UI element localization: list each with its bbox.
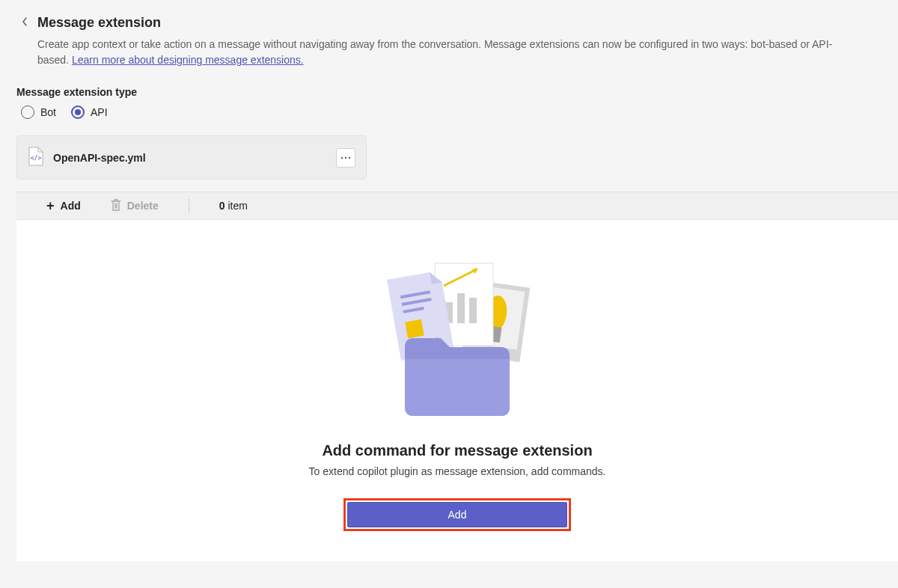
file-card[interactable]: </> OpenAPI-spec.yml xyxy=(16,135,367,180)
command-toolbar: + Add Delete 0 item xyxy=(16,192,898,220)
item-count: 0 item xyxy=(219,200,248,212)
add-button-highlight: Add xyxy=(343,498,571,531)
back-chevron-icon[interactable] xyxy=(21,16,28,29)
svg-point-1 xyxy=(341,156,343,158)
file-code-icon: </> xyxy=(28,147,44,168)
item-count-value: 0 xyxy=(219,200,225,212)
svg-rect-10 xyxy=(457,293,465,323)
empty-folder-illustration xyxy=(352,257,562,442)
toolbar-separator xyxy=(189,198,189,213)
item-count-unit: item xyxy=(227,200,247,212)
trash-icon xyxy=(111,199,121,213)
toolbar-delete-button: Delete xyxy=(111,199,159,213)
page-description: Create app context or take action on a m… xyxy=(0,37,898,68)
extension-type-radio-group: Bot API xyxy=(0,105,898,119)
svg-text:</>: </> xyxy=(31,155,42,162)
page-title: Message extension xyxy=(37,15,161,31)
radio-api-label: API xyxy=(91,106,108,118)
radio-bot[interactable]: Bot xyxy=(21,105,56,119)
radio-unchecked-icon xyxy=(21,105,34,119)
svg-point-3 xyxy=(349,156,350,158)
radio-checked-icon xyxy=(71,105,85,119)
radio-api[interactable]: API xyxy=(71,105,108,119)
add-command-button[interactable]: Add xyxy=(347,502,567,527)
extension-type-label: Message extension type xyxy=(0,86,898,98)
svg-rect-11 xyxy=(469,298,477,323)
empty-state: Add command for message extension To ext… xyxy=(16,220,898,561)
toolbar-delete-label: Delete xyxy=(127,200,159,212)
file-name: OpenAPI-spec.yml xyxy=(53,152,327,164)
plus-icon: + xyxy=(46,199,55,212)
toolbar-add-button[interactable]: + Add xyxy=(46,199,81,212)
toolbar-add-label: Add xyxy=(61,200,81,212)
radio-bot-label: Bot xyxy=(40,106,56,118)
more-options-button[interactable] xyxy=(336,148,355,168)
svg-rect-15 xyxy=(405,319,424,338)
learn-more-link[interactable]: Learn more about designing message exten… xyxy=(72,54,304,66)
empty-state-description: To extend copilot plugin as message exte… xyxy=(309,465,606,477)
svg-point-2 xyxy=(345,156,346,158)
empty-state-title: Add command for message extension xyxy=(322,442,592,459)
